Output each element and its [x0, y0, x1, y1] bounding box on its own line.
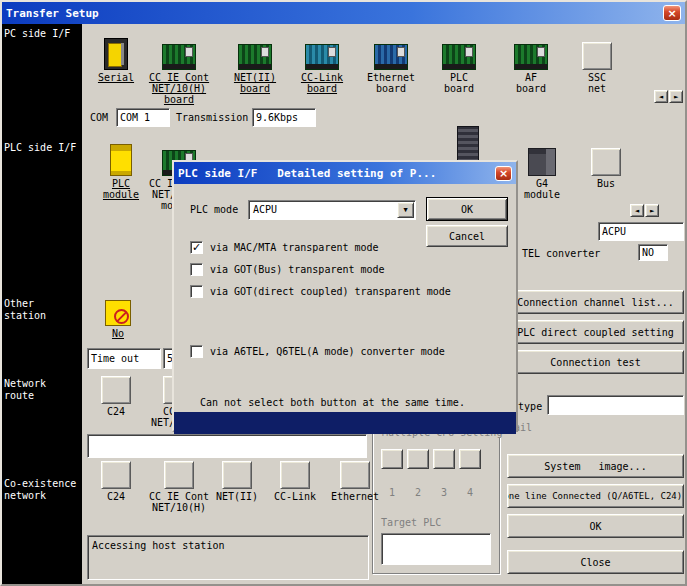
checkbox-a6tel-q6tel-converter[interactable]: via A6TEL, Q6TEL(A mode) converter mode [190, 345, 445, 358]
checkbox-mac-mta-transparent[interactable]: ✓ via MAC/MTA transparent mode [190, 241, 379, 254]
icon-label-plc-board: PLC board [437, 72, 481, 94]
target-plc-field[interactable] [381, 533, 491, 565]
connection-test-button[interactable]: Connection test [507, 350, 684, 374]
icon-label-serial: Serial [98, 72, 134, 83]
icon-label-net2-board: NET(II) board [224, 72, 286, 94]
checkbox-unchecked-icon[interactable] [190, 263, 203, 276]
co-existence-icon-ccie[interactable]: CC IE Cont NET/10(H) [148, 457, 210, 513]
plc-mode-value: ACPU [253, 204, 277, 215]
checkbox-unchecked-icon[interactable] [190, 285, 203, 298]
dialog-body: PLC mode ACPU ▼ OK Cancel ✓ via MAC/MTA … [174, 184, 516, 412]
checkbox-label: via GOT(Bus) transparent mode [210, 264, 385, 275]
pcb-board-icon [374, 44, 408, 70]
pc-side-icon-cclink-board[interactable]: CC-Link board [290, 32, 354, 94]
pc-side-scroll-left-icon[interactable]: ◄ [654, 90, 668, 103]
pc-side-icon-ccie-board[interactable]: CC IE Cont NET/10(H) board [146, 32, 212, 105]
tel-converter-field[interactable]: NO [638, 244, 668, 261]
pcb-board-icon [162, 44, 196, 70]
dialog-footer-strip [174, 412, 516, 434]
checkbox-unchecked-icon[interactable] [190, 345, 203, 358]
timeout-label-box: Time out [87, 348, 161, 369]
plc-type-field[interactable]: ACPU [598, 222, 684, 241]
icon-label-coex-net2: NET(II) [216, 491, 258, 502]
cpu-type-field[interactable] [547, 395, 684, 415]
dialog-cancel-button[interactable]: Cancel [426, 225, 508, 247]
com-label: COM [90, 112, 108, 123]
blank-module-icon [340, 461, 370, 489]
dialog-title: PLC side I/F Detailed setting of P... [178, 167, 495, 180]
icon-label-coex-ethernet: Ethernet [331, 491, 379, 502]
com-port-field[interactable]: COM 1 [116, 108, 170, 127]
checkbox-label: via MAC/MTA transparent mode [210, 242, 379, 253]
transfer-setup-window: Transfer Setup × PC side I/F PLC side I/… [0, 0, 687, 586]
icon-label-coex-c24: C24 [107, 491, 125, 502]
pc-side-icon-ssc-net[interactable]: SSC net [568, 32, 626, 94]
plc-direct-coupled-setting-button[interactable]: PLC direct coupled setting [507, 320, 684, 344]
pc-side-icon-ethernet-board[interactable]: Ethernet board [358, 32, 424, 94]
checkbox-got-bus-transparent[interactable]: via GOT(Bus) transparent mode [190, 263, 385, 276]
window-close-icon[interactable]: × [663, 5, 681, 21]
sidebar-label-pc-side: PC side I/F [4, 28, 80, 40]
phone-line-connected-button[interactable]: Phone line Connected (Q/A6TEL, C24)... [507, 484, 684, 508]
transmission-speed-field[interactable]: 9.6Kbps [252, 108, 316, 127]
cpu-slot-2-number: 2 [407, 487, 429, 498]
pcb-board-icon [514, 44, 548, 70]
no-other-station-icon [105, 300, 131, 326]
serial-connector-icon [104, 38, 128, 70]
pc-side-icon-net2-board[interactable]: NET(II) board [224, 32, 286, 94]
system-image-button[interactable]: System image... [507, 454, 684, 478]
co-existence-icon-c24[interactable]: C24 [94, 457, 138, 502]
cpu-slot-4-number: 4 [459, 487, 481, 498]
dialog-titlebar: PLC side I/F Detailed setting of P... × [174, 162, 516, 184]
blank-module-icon [101, 461, 131, 489]
plc-side-icon-bus[interactable]: Bus [582, 138, 630, 189]
dialog-ok-button[interactable]: OK [426, 197, 508, 221]
checkbox-got-direct-coupled[interactable]: via GOT(direct coupled) transparent mode [190, 285, 451, 298]
chevron-down-icon[interactable]: ▼ [397, 202, 414, 218]
pc-side-scroll-right-icon[interactable]: ► [669, 90, 683, 103]
cpu-slot-1-button[interactable] [381, 449, 403, 469]
checkbox-label: via A6TEL, Q6TEL(A mode) converter mode [210, 346, 445, 357]
cpu-slot-4-button[interactable] [459, 449, 481, 469]
dialog-note: Can not select both button at the same t… [200, 397, 465, 408]
ok-button[interactable]: OK [507, 514, 684, 538]
plc-side-scroll-left-icon[interactable]: ◄ [630, 204, 644, 217]
pc-side-icon-serial[interactable]: Serial [92, 32, 140, 83]
plc-side-scroll-right-icon[interactable]: ► [645, 204, 659, 217]
pcb-board-icon [238, 44, 272, 70]
cpu-slot-1-number: 1 [381, 487, 403, 498]
blank-module-icon [101, 376, 131, 404]
connection-channel-list-button[interactable]: Connection channel list... [507, 290, 684, 314]
blank-module-icon [280, 461, 310, 489]
plc-mode-label: PLC mode [190, 204, 238, 215]
pcb-board-icon [305, 44, 339, 70]
icon-label-bus: Bus [597, 178, 615, 189]
blank-module-icon [582, 42, 612, 70]
sidebar-label-co-existence: Co-existence network [4, 478, 80, 502]
co-existence-icon-ethernet[interactable]: Ethernet [326, 457, 384, 502]
sidebar-label-network-route: Network route [4, 378, 80, 402]
close-button[interactable]: Close [507, 550, 684, 574]
other-station-field[interactable] [87, 434, 367, 458]
transmission-label: Transmission [176, 112, 248, 123]
cpu-slot-3-button[interactable] [433, 449, 455, 469]
plc-side-icon-plc-module[interactable]: PLC module [94, 138, 148, 200]
co-existence-icon-net2[interactable]: NET(II) [212, 457, 262, 502]
status-message: Accessing host station [92, 540, 224, 551]
other-station-icon-no[interactable]: No [96, 294, 140, 339]
plc-mode-combobox[interactable]: ACPU ▼ [248, 200, 416, 220]
checkbox-checked-icon[interactable]: ✓ [190, 241, 203, 254]
cpu-slot-3-number: 3 [433, 487, 455, 498]
multiple-cpu-setting-group: Multiple CPU setting 1 2 3 4 Target PLC [372, 432, 500, 574]
cpu-slot-2-button[interactable] [407, 449, 429, 469]
dialog-close-icon[interactable]: × [495, 166, 512, 181]
g4-module-icon [528, 148, 556, 176]
co-existence-icon-cclink[interactable]: CC-Link [268, 457, 322, 502]
pc-side-icon-plc-board[interactable]: PLC board [430, 32, 488, 94]
target-plc-label: Target PLC [381, 517, 441, 528]
network-route-icon-c24[interactable]: C24 [94, 372, 138, 417]
plc-side-icon-g4-module[interactable]: G4 module [514, 138, 570, 200]
icon-label-coex-cclink: CC-Link [274, 491, 316, 502]
icon-label-coex-ccie: CC IE Cont NET/10(H) [148, 491, 210, 513]
pc-side-icon-af-board[interactable]: AF board [502, 32, 560, 94]
